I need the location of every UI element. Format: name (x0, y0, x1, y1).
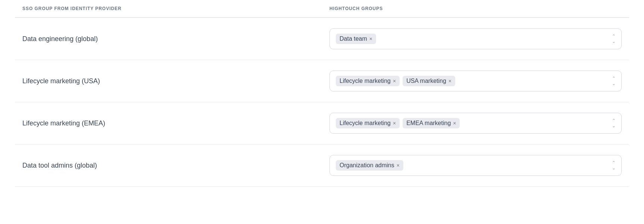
sso-group-name: Data tool admins (global) (22, 162, 322, 169)
tag-label: Lifecycle marketing (340, 120, 391, 127)
select-wrapper[interactable]: Data team× (329, 28, 622, 49)
sso-mapping-table: SSO GROUP FROM IDENTITY PROVIDER HIGHTOU… (0, 0, 644, 187)
tag-remove-button[interactable]: × (448, 78, 451, 84)
group-tag: USA marketing× (403, 76, 455, 86)
tag-remove-button[interactable]: × (393, 78, 396, 84)
sso-column-header: SSO GROUP FROM IDENTITY PROVIDER (22, 6, 322, 11)
group-select-box[interactable]: Data team× (329, 28, 622, 49)
group-tag: Lifecycle marketing× (336, 118, 400, 128)
group-select-box[interactable]: Organization admins× (329, 155, 622, 176)
tag-label: Organization admins (340, 162, 394, 169)
tag-label: EMEA marketing (406, 120, 451, 127)
hightouch-groups-cell: Lifecycle marketing×EMEA marketing× (322, 113, 622, 134)
group-select-box[interactable]: Lifecycle marketing×EMEA marketing× (329, 113, 622, 134)
table-header: SSO GROUP FROM IDENTITY PROVIDER HIGHTOU… (15, 0, 629, 18)
group-tag: Organization admins× (336, 160, 403, 171)
tag-label: Lifecycle marketing (340, 78, 391, 84)
hightouch-groups-cell: Lifecycle marketing×USA marketing× (322, 71, 622, 91)
table-body: Data engineering (global)Data team×Lifec… (15, 18, 629, 187)
tag-label: USA marketing (406, 78, 446, 84)
select-wrapper[interactable]: Lifecycle marketing×EMEA marketing× (329, 113, 622, 134)
group-tag: EMEA marketing× (403, 118, 460, 128)
group-tag: Data team× (336, 34, 376, 44)
tag-remove-button[interactable]: × (393, 121, 396, 126)
table-row: Data engineering (global)Data team× (15, 18, 629, 60)
hightouch-groups-cell: Data team× (322, 28, 622, 49)
tag-remove-button[interactable]: × (397, 163, 400, 168)
hightouch-groups-cell: Organization admins× (322, 155, 622, 176)
sso-group-name: Data engineering (global) (22, 35, 322, 43)
group-select-box[interactable]: Lifecycle marketing×USA marketing× (329, 71, 622, 91)
select-wrapper[interactable]: Lifecycle marketing×USA marketing× (329, 71, 622, 91)
tag-label: Data team (340, 35, 367, 42)
hightouch-column-header: HIGHTOUCH GROUPS (322, 6, 622, 11)
table-row: Lifecycle marketing (EMEA)Lifecycle mark… (15, 102, 629, 144)
sso-group-name: Lifecycle marketing (EMEA) (22, 119, 322, 127)
table-row: Lifecycle marketing (USA)Lifecycle marke… (15, 60, 629, 102)
table-row: Data tool admins (global)Organization ad… (15, 144, 629, 187)
tag-remove-button[interactable]: × (453, 121, 456, 126)
group-tag: Lifecycle marketing× (336, 76, 400, 86)
sso-group-name: Lifecycle marketing (USA) (22, 77, 322, 85)
tag-remove-button[interactable]: × (369, 36, 372, 41)
select-wrapper[interactable]: Organization admins× (329, 155, 622, 176)
